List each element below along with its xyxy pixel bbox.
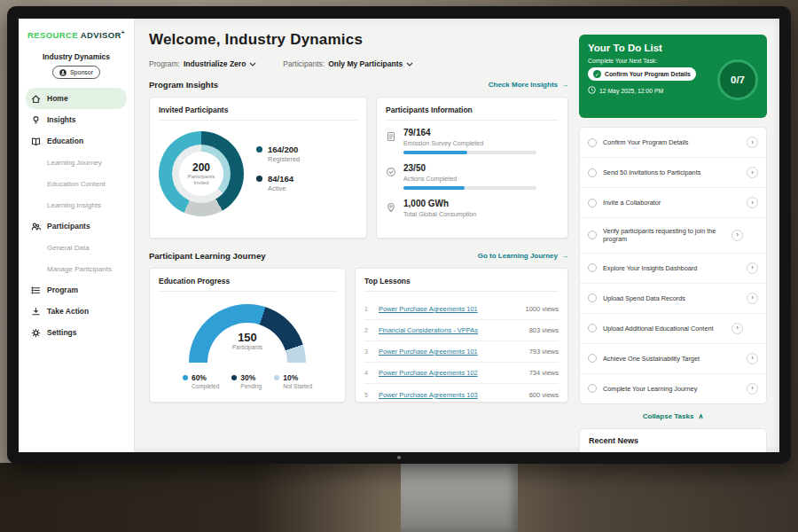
donut-center-value: 200 bbox=[192, 161, 210, 174]
sidebar-item-participants[interactable]: Participants bbox=[26, 215, 127, 237]
desk-surface bbox=[0, 463, 798, 532]
participants-dropdown[interactable]: Participants: Only My Participants bbox=[283, 59, 413, 68]
app-logo: RESOURCE ADVISOR+ bbox=[19, 29, 134, 40]
task-checkbox[interactable] bbox=[588, 354, 597, 363]
task-row-verify-participants[interactable]: Verify participants requesting to join t… bbox=[580, 218, 766, 254]
gauge-center-value: 150 bbox=[189, 331, 306, 344]
task-checkbox[interactable] bbox=[588, 324, 597, 332]
task-row-complete-learning-journey[interactable]: Complete Your Learning Journey › bbox=[580, 374, 766, 403]
logo-advisor: ADVISOR bbox=[81, 30, 121, 40]
chevron-up-icon: ∧ bbox=[698, 412, 703, 420]
sidebar-item-learning-journey[interactable]: Learning Journey bbox=[26, 152, 127, 173]
task-checkbox[interactable] bbox=[588, 138, 597, 147]
chevron-right-icon[interactable]: › bbox=[747, 293, 758, 304]
task-checkbox[interactable] bbox=[588, 293, 597, 302]
sidebar-item-label: Manage Participants bbox=[47, 265, 112, 273]
chevron-right-icon[interactable]: › bbox=[747, 167, 758, 178]
donut-center-label: Participants Invited bbox=[184, 174, 219, 186]
task-checkbox[interactable] bbox=[588, 199, 597, 207]
legend-active: 84/164 Active bbox=[256, 174, 300, 192]
task-checkbox[interactable] bbox=[588, 263, 597, 272]
info-row-consumption: 1,000 GWh Total Global Consumption bbox=[386, 199, 559, 222]
monitor-logo-dot bbox=[397, 456, 401, 459]
invited-participants-card: Invited Participants 200 Participants In… bbox=[149, 97, 367, 239]
sidebar-item-settings[interactable]: Settings bbox=[26, 322, 127, 343]
list-icon bbox=[31, 286, 41, 295]
lesson-link[interactable]: Power Purchase Agreements 101 bbox=[379, 305, 518, 313]
go-to-learning-journey-link[interactable]: Go to Learning Journey → bbox=[478, 252, 568, 260]
lesson-row: 5 Power Purchase Agreements 103 600 view… bbox=[364, 384, 559, 405]
legend-not-started: 10% Not Started bbox=[274, 373, 312, 389]
top-lessons-card: Top Lessons 1 Power Purchase Agreements … bbox=[355, 268, 568, 403]
chevron-right-icon[interactable]: › bbox=[732, 323, 743, 334]
location-pin-icon bbox=[386, 199, 396, 216]
insights-cards-row: Invited Participants 200 Participants In… bbox=[149, 97, 568, 239]
actions-progress-bar bbox=[403, 186, 536, 190]
program-label: Program: bbox=[149, 59, 180, 68]
chevron-right-icon[interactable]: › bbox=[747, 137, 758, 148]
task-row-upload-educational-content[interactable]: Upload Additional Educational Content › bbox=[580, 314, 766, 344]
logo-resource: RESOURCE bbox=[27, 30, 78, 40]
task-checkbox[interactable] bbox=[588, 168, 597, 177]
recent-news-card: Recent News bbox=[579, 428, 767, 452]
lesson-row: 2 Financial Considerations - VPPAs 803 v… bbox=[364, 320, 559, 341]
sponsor-badge[interactable]: Sponsor bbox=[52, 66, 100, 79]
task-row-send-invitations[interactable]: Send 50 Invitations to Participants › bbox=[580, 158, 766, 188]
page-title: Welcome, Industry Dynamics bbox=[149, 31, 568, 49]
lesson-link[interactable]: Power Purchase Agreements 102 bbox=[379, 369, 522, 377]
chevron-right-icon[interactable]: › bbox=[747, 383, 758, 395]
chevron-down-icon bbox=[249, 62, 256, 66]
chevron-right-icon[interactable]: › bbox=[747, 197, 758, 208]
task-checkbox[interactable] bbox=[588, 231, 597, 239]
home-icon bbox=[31, 94, 41, 104]
chevron-right-icon[interactable]: › bbox=[747, 262, 758, 274]
chevron-right-icon[interactable]: › bbox=[747, 353, 758, 364]
task-row-upload-spend-data[interactable]: Upload Spend Data Records › bbox=[580, 284, 766, 314]
learning-journey-header: Participant Learning Journey Go to Learn… bbox=[149, 251, 568, 261]
sponsor-person-icon bbox=[59, 69, 66, 76]
sidebar-item-general-data[interactable]: General Data bbox=[26, 237, 127, 258]
check-more-insights-link[interactable]: Check More Insights → bbox=[489, 81, 568, 89]
card-title: Top Lessons bbox=[364, 277, 559, 292]
task-row-explore-insights[interactable]: Explore Your Insights Dashboard › bbox=[580, 254, 766, 284]
task-row-invite-collaborator[interactable]: Invite a Collaborator › bbox=[580, 188, 766, 218]
screen: RESOURCE ADVISOR+ Industry Dynamics Spon… bbox=[19, 19, 779, 452]
collapse-tasks-link[interactable]: Collapse Tasks ∧ bbox=[579, 412, 767, 420]
donut-legend: 164/200 Registered 84/164 Active bbox=[256, 145, 300, 203]
sidebar-item-education-content[interactable]: Education Content bbox=[26, 173, 127, 194]
sidebar-item-program[interactable]: Program bbox=[26, 279, 127, 301]
lesson-link[interactable]: Power Purchase Agreements 101 bbox=[379, 348, 522, 356]
target-icon bbox=[386, 163, 396, 181]
invited-donut-chart: 200 Participants Invited bbox=[159, 131, 244, 216]
action-arrow-icon bbox=[31, 307, 41, 317]
participants-information-card: Participants Information 79/164 Emission… bbox=[376, 97, 568, 239]
recent-news-title: Recent News bbox=[589, 436, 757, 445]
sidebar-item-take-action[interactable]: Take Action bbox=[26, 301, 127, 322]
chevron-down-icon bbox=[406, 62, 413, 66]
lesson-link[interactable]: Financial Considerations - VPPAs bbox=[379, 326, 522, 334]
sidebar-item-education[interactable]: Education bbox=[26, 130, 127, 152]
todo-panel: Your To Do List Complete Your Next Task:… bbox=[579, 19, 779, 452]
program-dropdown[interactable]: Program: Industrialize Zero bbox=[149, 59, 256, 68]
chevron-right-icon[interactable]: › bbox=[732, 230, 743, 241]
card-title: Participants Information bbox=[386, 106, 559, 121]
lesson-link[interactable]: Power Purchase Agreements 103 bbox=[379, 391, 522, 399]
education-progress-card: Education Progress 150 Participants bbox=[149, 268, 346, 403]
account-name: Industry Dynamics bbox=[19, 52, 134, 61]
registered-dot-icon bbox=[256, 146, 262, 153]
sidebar-item-label: General Data bbox=[47, 244, 90, 252]
filters-row: Program: Industrialize Zero Participants… bbox=[149, 59, 568, 68]
gauge-legend: 60% Completed 30% Pending bbox=[183, 373, 312, 389]
sidebar-item-learning-insights[interactable]: Learning Insights bbox=[26, 194, 127, 215]
task-row-achieve-target[interactable]: Achieve One Sustainability Target › bbox=[580, 344, 766, 374]
clock-icon bbox=[588, 86, 596, 95]
sidebar-item-manage-participants[interactable]: Manage Participants bbox=[26, 258, 127, 279]
sidebar-item-home[interactable]: Home bbox=[26, 88, 127, 109]
info-row-survey: 79/164 Emission Survey Completed bbox=[386, 128, 559, 154]
people-icon bbox=[31, 222, 41, 231]
task-checkbox[interactable] bbox=[588, 384, 597, 393]
task-row-confirm-program[interactable]: Confirm Your Program Details › bbox=[580, 128, 766, 158]
sidebar-item-insights[interactable]: Insights bbox=[26, 109, 127, 130]
next-task-pill[interactable]: ✓ Confirm Your Program Details bbox=[588, 67, 696, 81]
main-content: Welcome, Industry Dynamics Program: Indu… bbox=[135, 19, 579, 452]
